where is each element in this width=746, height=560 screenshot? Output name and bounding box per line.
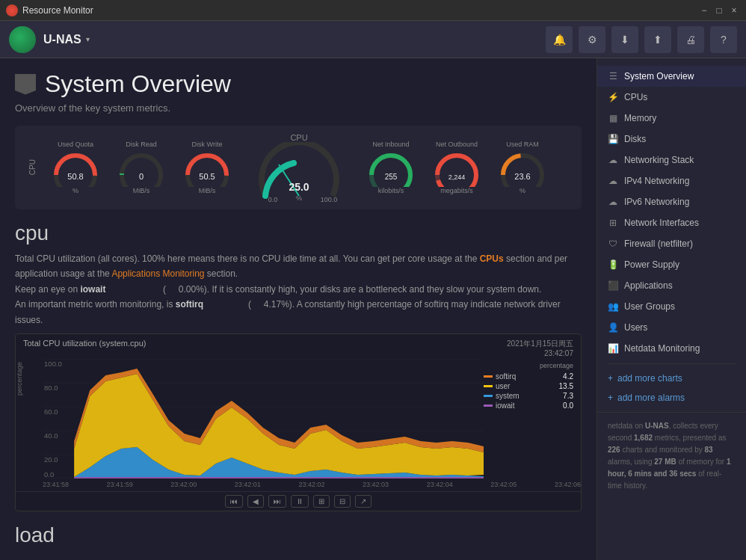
svg-text:23.6: 23.6 <box>514 172 530 181</box>
sidebar-item-ipv4[interactable]: ☁ IPv4 Networking <box>597 170 746 191</box>
users-icon: 👤 <box>608 322 618 333</box>
sidebar-info: netdata on U-NAS, collects every second … <box>597 412 746 499</box>
sidebar-item-user-groups[interactable]: 👥 User Groups <box>597 296 746 317</box>
window-controls: − □ × <box>698 4 740 16</box>
sidebar-item-disks[interactable]: 💾 Disks <box>597 129 746 150</box>
sidebar-item-system-overview[interactable]: ☰ System Overview <box>597 66 746 87</box>
svg-point-7 <box>188 156 226 187</box>
cpus-icon: ⚡ <box>608 92 618 102</box>
add-alarms-button[interactable]: + add more alarms <box>597 388 746 407</box>
gauge-net-inbound: Net Inbound 255 kilobits/s <box>361 141 421 194</box>
svg-text:50.8: 50.8 <box>67 172 83 181</box>
brand-dropdown-arrow[interactable]: ▾ <box>86 35 90 43</box>
maximize-button[interactable]: □ <box>713 4 725 16</box>
minimize-button[interactable]: − <box>698 4 710 16</box>
app-icon <box>6 4 18 16</box>
sidebar-item-network-interfaces[interactable]: ⊞ Network Interfaces <box>597 212 746 233</box>
settings-button[interactable]: ⚙ <box>579 26 605 53</box>
close-button[interactable]: × <box>728 4 740 16</box>
svg-text:0: 0 <box>139 172 144 181</box>
chart-zoom-out-button[interactable]: ⊟ <box>334 495 351 508</box>
disks-icon: 💾 <box>608 134 618 144</box>
power-supply-icon: 🔋 <box>608 259 618 270</box>
help-button[interactable]: ? <box>710 26 737 53</box>
cpu-chart-container: Total CPU utilization (system.cpu) 2021年… <box>15 333 582 511</box>
load-title: load <box>15 523 582 547</box>
add-alarms-plus-icon: + <box>608 393 613 403</box>
page-header: System Overview <box>15 70 582 98</box>
svg-text:0.0: 0.0 <box>268 196 278 202</box>
download-button[interactable]: ⬇ <box>611 26 638 53</box>
sidebar-item-networking-stack[interactable]: ☁ Networking Stack <box>597 150 746 170</box>
gauge-net-outbound: Net Outbound 2,244 megabits/s <box>427 141 487 194</box>
sidebar-item-power-supply[interactable]: 🔋 Power Supply <box>597 254 746 275</box>
legend-softirq-color <box>484 375 493 378</box>
chart-svg: 100.0 80.0 60.0 40.0 20.0 0.0 <box>43 359 484 479</box>
title-bar-text: Resource Monitor <box>22 5 93 16</box>
sidebar-item-user-groups-label: User Groups <box>624 301 675 312</box>
gauge-disk-write-svg: 50.5 <box>177 148 237 187</box>
networking-stack-icon: ☁ <box>608 155 618 165</box>
chart-legend: percentage softirq 4.2 user 13.5 system <box>484 359 581 414</box>
ipv4-icon: ☁ <box>608 176 618 186</box>
add-charts-plus-icon: + <box>608 373 613 384</box>
sidebar-item-cpus[interactable]: ⚡ CPUs <box>597 87 746 108</box>
apps-link[interactable]: Applications Monitoring <box>111 268 204 279</box>
chart-header: Total CPU utilization (system.cpu) 2021年… <box>16 334 581 359</box>
svg-text:100.0: 100.0 <box>321 196 338 202</box>
svg-text:60.0: 60.0 <box>44 408 58 416</box>
sidebar-item-ipv6[interactable]: ☁ IPv6 Networking <box>597 191 746 212</box>
sidebar-item-applications[interactable]: ⬛ Applications <box>597 275 746 296</box>
brand-name: U-NAS <box>43 33 81 46</box>
sidebar-item-netdata[interactable]: 📊 Netdata Monitoring <box>597 338 746 359</box>
sidebar-item-ipv6-label: IPv6 Networking <box>624 197 689 207</box>
upload-button[interactable]: ⬆ <box>644 26 671 53</box>
sidebar-item-memory[interactable]: ▦ Memory <box>597 108 746 129</box>
gauge-disk-write: Disk Write 50.5 MiB/s <box>177 141 237 194</box>
svg-point-3 <box>122 156 161 187</box>
gauge-used-quota-svg: 50.8 <box>46 148 105 187</box>
chart-pause-button[interactable]: ⏸ <box>291 495 309 508</box>
chart-rewind-button[interactable]: ⏮ <box>225 495 243 508</box>
gauge-disk-read-svg: 0 <box>111 148 171 187</box>
gauge-disk-read: Disk Read 0 MiB/s <box>111 141 171 194</box>
sidebar-item-networking-stack-label: Networking Stack <box>624 155 694 165</box>
chart-expand-button[interactable]: ↗ <box>355 495 372 508</box>
chart-back-button[interactable]: ◀ <box>247 495 264 508</box>
svg-text:0.0: 0.0 <box>44 471 54 479</box>
cpu-section-label: CPU <box>25 159 40 175</box>
notification-button[interactable]: 🔔 <box>546 26 573 53</box>
cpus-link[interactable]: CPUs <box>480 253 504 264</box>
sidebar-item-power-supply-label: Power Supply <box>624 259 679 270</box>
sidebar: ☰ System Overview ⚡ CPUs ▦ Memory 💾 Disk… <box>597 58 746 560</box>
svg-text:20.0: 20.0 <box>44 456 58 464</box>
sidebar-divider-1 <box>608 363 736 364</box>
legend-iowait-color <box>484 404 493 407</box>
sidebar-item-applications-label: Applications <box>624 280 673 291</box>
sidebar-item-system-overview-label: System Overview <box>624 71 694 81</box>
svg-point-1 <box>56 156 95 187</box>
chart-zoom-in-button[interactable]: ⊞ <box>313 495 330 508</box>
chart-forward-button[interactable]: ⏭ <box>268 495 286 508</box>
sidebar-item-cpus-label: CPUs <box>624 92 647 102</box>
chart-x-axis: 23:41:58 23:41:59 23:42:00 23:42:01 23:4… <box>16 481 581 491</box>
nav-icons: 🔔 ⚙ ⬇ ⬆ 🖨 ? <box>546 26 737 53</box>
sidebar-item-users[interactable]: 👤 Users <box>597 317 746 338</box>
gauge-row: CPU Used Quota 50.8 % Disk Read 0 <box>15 126 582 209</box>
sidebar-item-ipv4-label: IPv4 Networking <box>624 176 689 186</box>
system-overview-icon: ☰ <box>608 71 618 81</box>
y-axis-label: percentage <box>16 362 43 396</box>
svg-point-18 <box>437 156 476 187</box>
legend-system-color <box>484 395 493 397</box>
svg-text:50.5: 50.5 <box>199 172 215 181</box>
print-button[interactable]: 🖨 <box>677 26 704 53</box>
chart-title: Total CPU utilization (system.cpu) <box>23 339 146 348</box>
gauge-cpu-main-svg: 25.0 0.0 100.0 % <box>250 142 348 202</box>
legend-system: system 7.3 <box>484 392 573 400</box>
y-axis: percentage <box>16 359 43 396</box>
svg-text:25.0: 25.0 <box>289 181 309 193</box>
sidebar-item-firewall[interactable]: 🛡 Firewall (netfilter) <box>597 233 746 254</box>
ipv6-icon: ☁ <box>608 197 618 207</box>
cpu-title: cpu <box>15 221 582 245</box>
add-charts-button[interactable]: + add more charts <box>597 369 746 388</box>
